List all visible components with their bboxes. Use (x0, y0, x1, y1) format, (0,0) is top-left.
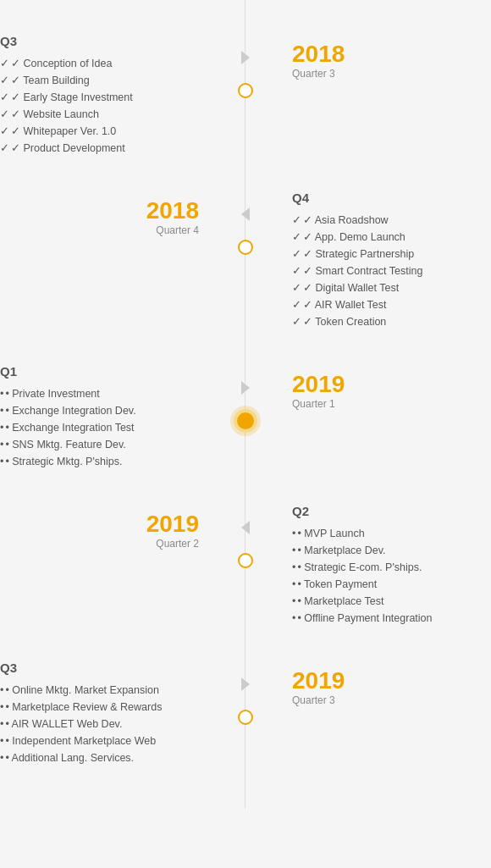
year-right-2019-q3: 2019 (292, 669, 491, 693)
quarter-label-right-2018-q4: Q4 (292, 191, 491, 205)
left-content-2018-q3: Q3✓ Conception of Idea✓ Team Building✓ E… (0, 34, 216, 157)
list-item: • Additional Lang. Services. (0, 749, 199, 766)
list-item: ✓ Team Building (0, 72, 199, 89)
list-item: ✓ Smart Contract Testing (292, 263, 491, 279)
chevron-right-2019-q1 (241, 381, 250, 395)
year-block-right-2018-q3: 2018Quarter 3 (292, 42, 491, 80)
quarter-label-2019-q3: Q3 (0, 661, 199, 675)
year-2018-q4: 2018 (0, 199, 199, 223)
node-circle-2019-q3 (238, 710, 253, 725)
year-right-2019-q1: 2019 (292, 373, 491, 396)
right-content-2019-q3: 2019Quarter 3 (275, 661, 491, 706)
left-content-2018-q4: 2018Quarter 4 (0, 191, 216, 236)
timeline-container: Q3✓ Conception of Idea✓ Team Building✓ E… (0, 0, 491, 809)
list-item: ✓ Conception of Idea (0, 55, 199, 72)
list-item: • Independent Marketplace Web (0, 733, 199, 749)
list-item: • Marketplace Dev. (292, 542, 491, 559)
list-item: • AIR WALLET Web Dev. (0, 716, 199, 733)
list-item: • MVP Launch (292, 525, 491, 542)
node-circle-2019-q2 (238, 553, 253, 568)
timeline-row-2019-q1: Q1• Private Investment• Exchange Integra… (0, 347, 491, 487)
year-block-2019-q2: 2019Quarter 2 (0, 512, 199, 550)
year-2019-q2: 2019 (0, 512, 199, 536)
quarter-word-2018-q4: Quarter 4 (0, 224, 199, 236)
node-area-2019-q3 (216, 661, 275, 725)
quarter-word-2019-q2: Quarter 2 (0, 538, 199, 550)
chevron-right-2018-q3 (241, 51, 250, 64)
right-content-2018-q4: Q4✓ Asia Roadshow✓ App. Demo Launch✓ Str… (275, 191, 491, 330)
chevron-left-2019-q2 (241, 521, 250, 534)
list-item: • Strategic Mktg. P'ships. (0, 453, 199, 470)
left-content-2019-q3: Q3• Online Mktg. Market Expansion• Marke… (0, 661, 216, 766)
list-item: ✓ Product Development (0, 140, 199, 157)
timeline-row-2019-q2: 2019Quarter 2Q2• MVP Launch• Marketplace… (0, 487, 491, 644)
node-area-2019-q2 (216, 504, 275, 568)
list-item: ✓ AIR Wallet Test (292, 296, 491, 313)
quarter-word-right-2019-q3: Quarter 3 (292, 694, 491, 706)
list-item: • Marketplace Review & Rewards (0, 699, 199, 716)
list-item: ✓ Whitepaper Ver. 1.0 (0, 123, 199, 140)
list-item: • Exchange Integration Dev. (0, 402, 199, 419)
list-item: ✓ App. Demo Launch (292, 229, 491, 246)
list-item: ✓ Early Stage Investment (0, 89, 199, 106)
list-item: • SNS Mktg. Feature Dev. (0, 436, 199, 453)
left-content-2019-q1: Q1• Private Investment• Exchange Integra… (0, 364, 216, 470)
year-block-right-2019-q3: 2019Quarter 3 (292, 669, 491, 706)
quarter-label-right-2019-q2: Q2 (292, 504, 491, 518)
list-item: • Offline Payment Integration (292, 610, 491, 627)
node-area-2018-q3 (216, 34, 275, 98)
node-area-2018-q4 (216, 191, 275, 255)
list-item: ✓ Token Creation (292, 313, 491, 330)
node-circle-2018-q4 (238, 240, 253, 255)
list-item: ✓ Website Launch (0, 106, 199, 123)
chevron-left-2018-q4 (241, 207, 250, 221)
right-content-2018-q3: 2018Quarter 3 (275, 34, 491, 80)
right-content-2019-q2: Q2• MVP Launch• Marketplace Dev.• Strate… (275, 504, 491, 627)
right-content-2019-q1: 2019Quarter 1 (275, 364, 491, 410)
quarter-word-right-2018-q3: Quarter 3 (292, 68, 491, 80)
list-item: ✓ Strategic Partnership (292, 246, 491, 263)
left-content-2019-q2: 2019Quarter 2 (0, 504, 216, 550)
quarter-word-right-2019-q1: Quarter 1 (292, 398, 491, 410)
year-block-right-2019-q1: 2019Quarter 1 (292, 373, 491, 410)
year-right-2018-q3: 2018 (292, 42, 491, 66)
quarter-label-2019-q1: Q1 (0, 364, 199, 379)
list-item: • Token Payment (292, 576, 491, 593)
quarter-label-2018-q3: Q3 (0, 34, 199, 48)
node-circle-2019-q1 (234, 409, 257, 433)
list-item: • Exchange Integration Test (0, 419, 199, 436)
node-circle-2018-q3 (238, 83, 253, 98)
list-item: • Online Mktg. Market Expansion (0, 682, 199, 699)
timeline-row-2018-q3: Q3✓ Conception of Idea✓ Team Building✓ E… (0, 17, 491, 174)
year-block-2018-q4: 2018Quarter 4 (0, 199, 199, 236)
list-item: • Strategic E-com. P'ships. (292, 559, 491, 576)
chevron-right-2019-q3 (241, 677, 250, 691)
list-item: • Private Investment (0, 385, 199, 402)
list-item: • Marketplace Test (292, 593, 491, 610)
timeline-row-2019-q3: Q3• Online Mktg. Market Expansion• Marke… (0, 644, 491, 783)
node-area-2019-q1 (216, 364, 275, 433)
list-item: ✓ Digital Wallet Test (292, 279, 491, 296)
timeline-row-2018-q4: 2018Quarter 4Q4✓ Asia Roadshow✓ App. Dem… (0, 174, 491, 347)
list-item: ✓ Asia Roadshow (292, 212, 491, 229)
